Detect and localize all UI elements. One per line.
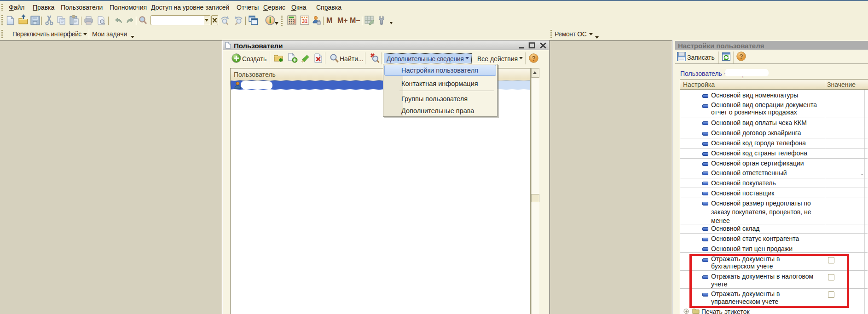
svg-text:?: ?: [532, 55, 536, 62]
svg-text:?: ?: [739, 53, 743, 60]
svg-text:31: 31: [302, 18, 307, 24]
